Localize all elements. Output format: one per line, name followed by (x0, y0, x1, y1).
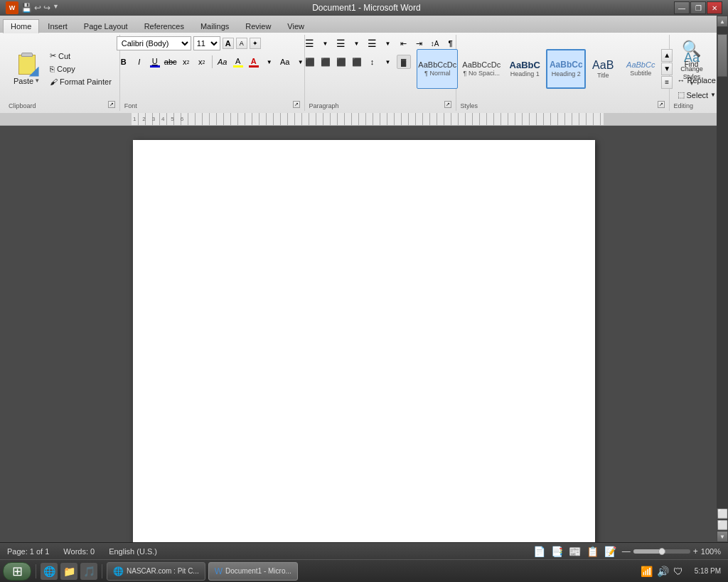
view-web-btn[interactable]: 📰 (569, 546, 581, 557)
tab-mailings[interactable]: Mailings (193, 19, 237, 33)
line-spacing-dropdown[interactable]: ▼ (381, 55, 395, 69)
numbering-dropdown[interactable]: ▼ (350, 36, 364, 50)
close-btn[interactable]: ✕ (707, 1, 722, 14)
tab-view[interactable]: View (279, 19, 312, 33)
zoom-slider[interactable]: — + 100% (622, 546, 721, 556)
bullets-button[interactable]: ☰ (303, 36, 317, 50)
taskbar-word-app[interactable]: W Document1 - Micro... (208, 562, 298, 581)
styles-expand-btn[interactable]: ↗ (658, 101, 665, 108)
multilevel-button[interactable]: ☰ (365, 36, 380, 50)
taskbar-media-icon[interactable]: 🎵 (80, 563, 97, 580)
clipboard-group-header: Clipboard ↗ (9, 101, 115, 109)
tray-volume-icon[interactable]: 🔊 (657, 566, 669, 577)
copy-button[interactable]: ⎘ Copy (46, 63, 115, 75)
zoom-level[interactable]: 100% (701, 547, 721, 556)
zoom-in-btn[interactable]: + (693, 546, 698, 556)
ruler-left-margin (0, 113, 132, 125)
format-painter-button[interactable]: 🖌 Format Painter (46, 76, 115, 87)
increase-font-btn[interactable]: A (223, 38, 234, 49)
font-name-select[interactable]: Calibri (Body) (117, 36, 191, 50)
zoom-track[interactable] (633, 549, 690, 554)
styles-gallery: AaBbCcDc ¶ Normal AaBbCcDc ¶ No Spaci...… (417, 49, 661, 89)
tab-insert[interactable]: Insert (40, 19, 75, 33)
justify-button[interactable]: ⬛ (350, 55, 364, 69)
tray-network-icon[interactable]: 📶 (641, 566, 653, 577)
taskbar-nascar-app[interactable]: 🌐 NASCAR.com : Pit C... (107, 562, 205, 581)
style-heading1[interactable]: AaBbC Heading 1 (505, 49, 545, 89)
superscript-button[interactable]: x2 (195, 55, 209, 69)
strikethrough-button[interactable]: abc (164, 55, 178, 69)
tab-home[interactable]: Home (3, 19, 39, 33)
line-spacing-button[interactable]: ↕ (365, 55, 380, 69)
style-no-spacing[interactable]: AaBbCcDc ¶ No Spaci... (459, 49, 503, 89)
style-subtitle[interactable]: AaBbCc Subtitle (620, 49, 661, 89)
minimize-btn[interactable]: — (674, 1, 690, 14)
align-right-button[interactable]: ⬛ (334, 55, 348, 69)
align-center-button[interactable]: ⬛ (318, 55, 333, 69)
underline-button[interactable]: U (148, 55, 162, 69)
qa-dropdown-btn[interactable]: ▼ (53, 3, 59, 13)
scroll-page-down-btn[interactable]: ⬜ (717, 519, 728, 531)
clipboard-expand-btn[interactable]: ↗ (108, 101, 115, 108)
tab-references[interactable]: References (136, 19, 192, 33)
view-print-btn[interactable]: 📄 (533, 546, 545, 557)
status-bar: Page: 1 of 1 Words: 0 English (U.S.) 📄 📑… (0, 542, 728, 559)
style-normal[interactable]: AaBbCcDc ¶ Normal (417, 49, 458, 89)
paste-dropdown-icon[interactable]: ▼ (34, 77, 40, 84)
zoom-thumb[interactable] (658, 548, 665, 555)
maximize-btn[interactable]: ❐ (690, 1, 706, 14)
text-highlight-button[interactable]: A (231, 55, 245, 69)
replace-button[interactable]: ↔ Replace (674, 75, 719, 86)
vertical-scrollbar[interactable]: ▲ ⬜ ⬜ ▼ (717, 16, 728, 542)
select-button[interactable]: ⬚ Select ▼ (674, 89, 720, 101)
start-button[interactable]: ⊞ (3, 562, 31, 581)
style-heading2[interactable]: AaBbCc Heading 2 (546, 49, 586, 89)
cut-button[interactable]: ✂ Cut (46, 50, 115, 62)
select-icon: ⬚ (678, 90, 685, 99)
taskbar-folder-icon[interactable]: 📁 (60, 563, 77, 580)
view-outline-btn[interactable]: 📋 (587, 546, 599, 557)
change-case-button[interactable]: Aa (278, 55, 292, 69)
clock[interactable]: 5:18 PM (690, 566, 725, 576)
redo-quick-btn[interactable]: ↪ (43, 3, 50, 13)
tray-security-icon[interactable]: 🛡 (673, 566, 683, 577)
scroll-thumb[interactable] (717, 34, 727, 77)
view-draft-btn[interactable]: 📝 (604, 546, 616, 557)
find-button[interactable]: 🔍 Find (674, 36, 710, 72)
subscript-button[interactable]: x2 (179, 55, 193, 69)
paragraph-expand-btn[interactable]: ↗ (444, 101, 451, 108)
view-full-screen-btn[interactable]: 📑 (551, 546, 563, 557)
clear-formatting-btn[interactable]: ✦ (250, 38, 261, 49)
font-color-button[interactable]: A (247, 55, 261, 69)
tab-page-layout[interactable]: Page Layout (76, 19, 136, 33)
bold-button[interactable]: B (117, 55, 131, 69)
style-title[interactable]: AaB Title (587, 49, 619, 89)
multilevel-dropdown[interactable]: ▼ (381, 36, 395, 50)
font-expand-btn[interactable]: ↗ (293, 101, 300, 108)
decrease-indent-button[interactable]: ⇤ (397, 36, 411, 50)
decrease-font-btn[interactable]: A (236, 38, 247, 49)
paste-button[interactable]: Paste ▼ (9, 49, 45, 89)
tab-review[interactable]: Review (237, 19, 279, 33)
select-dropdown-icon: ▼ (710, 92, 716, 98)
italic-button[interactable]: I (132, 55, 146, 69)
undo-quick-btn[interactable]: ↩ (34, 3, 41, 13)
text-effect-button[interactable]: Aa (215, 55, 230, 69)
scroll-page-up-btn[interactable]: ⬜ (717, 508, 728, 519)
scroll-down-arrow[interactable]: ▼ (717, 531, 728, 542)
shading-button[interactable]: ▓ (397, 55, 411, 69)
font-color-dropdown[interactable]: ▼ (262, 55, 277, 69)
scroll-track[interactable] (717, 27, 728, 508)
taskbar-divider-2 (102, 564, 102, 578)
save-quick-btn[interactable]: 💾 (21, 3, 32, 13)
zoom-out-btn[interactable]: — (622, 546, 631, 556)
scroll-up-arrow[interactable]: ▲ (717, 16, 728, 27)
bullets-dropdown[interactable]: ▼ (318, 36, 333, 50)
status-left: Page: 1 of 1 Words: 0 English (U.S.) (7, 547, 157, 556)
font-size-select[interactable]: 11 (193, 36, 220, 50)
numbering-button[interactable]: ☰ (334, 36, 348, 50)
document-page[interactable] (133, 140, 595, 581)
taskbar-ie-icon[interactable]: 🌐 (41, 563, 58, 580)
replace-icon: ↔ (678, 76, 685, 85)
align-left-button[interactable]: ⬛ (303, 55, 317, 69)
